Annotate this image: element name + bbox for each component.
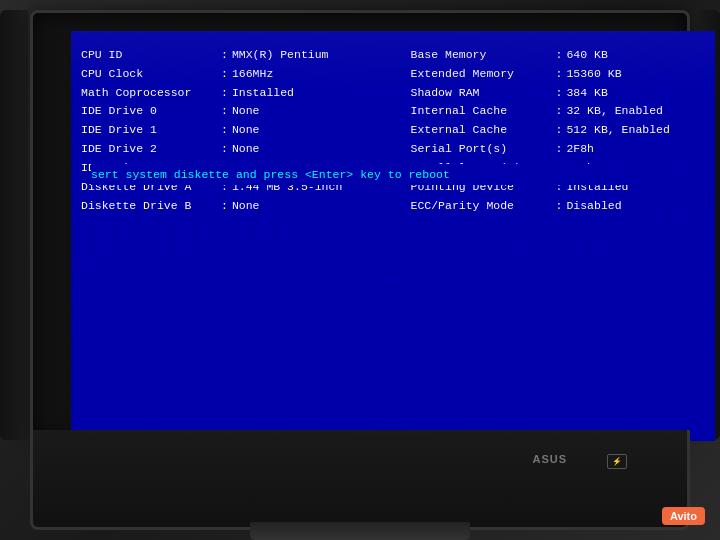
monitor-outer: CPU ID : MMX(R) Pentium CPU Clock : 166M… [0, 0, 720, 540]
field-value-ext-cache: 512 KB, Enabled [566, 121, 670, 139]
field-label-ext-mem: Extended Memory [411, 65, 556, 83]
separator: : [556, 84, 563, 102]
table-row: ECC/Parity Mode : Disabled [411, 197, 716, 215]
speaker-left [0, 10, 28, 440]
separator: : [556, 65, 563, 83]
table-row: Base Memory : 640 KB [411, 46, 716, 64]
bios-left-column: CPU ID : MMX(R) Pentium CPU Clock : 166M… [81, 46, 406, 215]
table-row: IDE Drive 0 : None [81, 102, 396, 120]
table-row: Shadow RAM : 384 KB [411, 84, 716, 102]
screen: CPU ID : MMX(R) Pentium CPU Clock : 166M… [71, 31, 715, 441]
status-message: sert system diskette and press <Enter> k… [91, 168, 450, 181]
separator: : [221, 102, 228, 120]
field-label-math-cop: Math Coprocessor [81, 84, 221, 102]
separator: : [221, 84, 228, 102]
monitor-stand-base [250, 522, 470, 540]
separator: : [556, 121, 563, 139]
energystar-logo: ⚡ [607, 454, 627, 469]
field-label-cpu-clock: CPU Clock [81, 65, 221, 83]
monitor-bezel: CPU ID : MMX(R) Pentium CPU Clock : 166M… [30, 10, 690, 440]
avito-watermark: Avito [662, 507, 705, 525]
table-row: IDE Drive 2 : None [81, 140, 396, 158]
field-label-shadow-ram: Shadow RAM [411, 84, 556, 102]
field-value-math-cop: Installed [232, 84, 294, 102]
field-value-int-cache: 32 KB, Enabled [566, 102, 663, 120]
field-label-ide2: IDE Drive 2 [81, 140, 221, 158]
field-label-ecc: ECC/Parity Mode [411, 197, 556, 215]
table-row: External Cache : 512 KB, Enabled [411, 121, 716, 139]
bios-content: CPU ID : MMX(R) Pentium CPU Clock : 166M… [81, 46, 715, 215]
table-row: CPU ID : MMX(R) Pentium [81, 46, 396, 64]
field-value-cpu-id: MMX(R) Pentium [232, 46, 329, 64]
table-row: Serial Port(s) : 2F8h [411, 140, 716, 158]
table-row: Extended Memory : 15360 KB [411, 65, 716, 83]
asus-logo: ASUS [532, 453, 567, 465]
field-value-shadow-ram: 384 KB [566, 84, 607, 102]
field-value-ide0: None [232, 102, 260, 120]
bios-main-panel: CPU ID : MMX(R) Pentium CPU Clock : 166M… [81, 46, 715, 215]
status-bar: sert system diskette and press <Enter> k… [91, 164, 715, 186]
field-label-ide0: IDE Drive 0 [81, 102, 221, 120]
field-label-cpu-id: CPU ID [81, 46, 221, 64]
separator: : [556, 140, 563, 158]
table-row: IDE Drive 1 : None [81, 121, 396, 139]
field-label-int-cache: Internal Cache [411, 102, 556, 120]
separator: : [556, 46, 563, 64]
field-value-ecc: Disabled [566, 197, 621, 215]
separator: : [221, 197, 228, 215]
table-row: Diskette Drive B : None [81, 197, 396, 215]
separator: : [221, 46, 228, 64]
field-value-cpu-clock: 166MHz [232, 65, 273, 83]
field-label-ext-cache: External Cache [411, 121, 556, 139]
field-value-ext-mem: 15360 KB [566, 65, 621, 83]
separator: : [556, 102, 563, 120]
separator: : [221, 121, 228, 139]
monitor-bottom-bezel: ASUS ⚡ [30, 430, 690, 530]
table-row: Math Coprocessor : Installed [81, 84, 396, 102]
field-value-diskette-b: None [232, 197, 260, 215]
bios-right-column: Base Memory : 640 KB Extended Memory : 1… [406, 46, 716, 215]
separator: : [221, 140, 228, 158]
separator: : [221, 65, 228, 83]
field-label-serial-port: Serial Port(s) [411, 140, 556, 158]
field-value-base-mem: 640 KB [566, 46, 607, 64]
table-row: Internal Cache : 32 KB, Enabled [411, 102, 716, 120]
separator: : [556, 197, 563, 215]
field-label-base-mem: Base Memory [411, 46, 556, 64]
table-row: CPU Clock : 166MHz [81, 65, 396, 83]
field-label-ide1: IDE Drive 1 [81, 121, 221, 139]
field-value-ide2: None [232, 140, 260, 158]
field-value-serial-port: 2F8h [566, 140, 594, 158]
field-value-ide1: None [232, 121, 260, 139]
field-label-diskette-b: Diskette Drive B [81, 197, 221, 215]
